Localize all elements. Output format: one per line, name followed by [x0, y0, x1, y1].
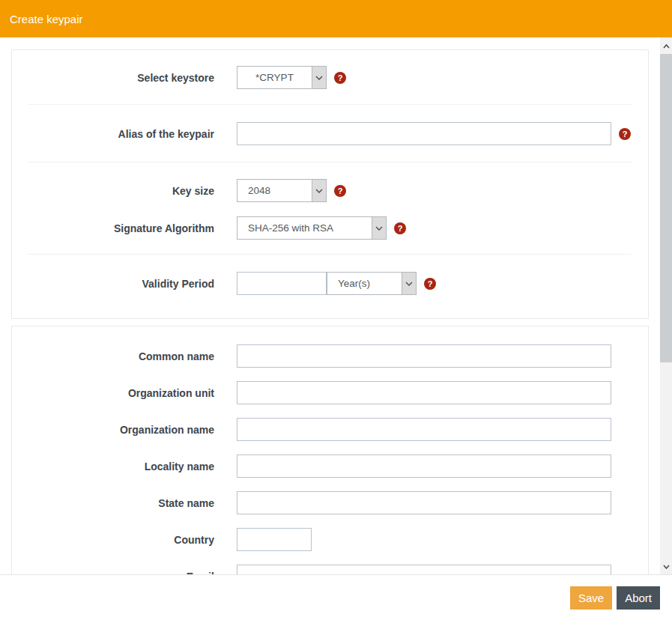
signature-algorithm-select-value: SHA-256 with RSA — [237, 217, 372, 239]
scroll-up-icon[interactable] — [660, 40, 672, 52]
dialog-title: Create keypair — [0, 13, 83, 25]
organization-name-input[interactable] — [237, 418, 611, 441]
validity-unit-select-value: Year(s) — [327, 273, 402, 294]
common-name-row: Common name — [12, 344, 648, 368]
alias-input[interactable] — [237, 122, 611, 145]
keystore-select-value: *CRYPT — [237, 67, 312, 88]
email-row: Email — [12, 565, 648, 574]
email-label: Email — [12, 571, 214, 575]
organization-unit-row: Organization unit — [12, 381, 648, 404]
common-name-label: Common name — [12, 350, 214, 362]
country-input[interactable] — [237, 528, 312, 551]
keystore-row: Select keystore *CRYPT ? — [12, 66, 648, 89]
key-size-select-value: 2048 — [237, 180, 312, 201]
scroll-down-icon[interactable] — [660, 560, 672, 573]
validity-period-row: Validity Period Year(s) ? — [12, 272, 648, 295]
validity-period-input[interactable] — [237, 272, 327, 295]
key-size-select[interactable]: 2048 — [237, 179, 327, 202]
state-name-input[interactable] — [237, 491, 611, 514]
alias-row: Alias of the keypair ? — [12, 122, 648, 145]
organization-name-row: Organization name — [12, 418, 648, 441]
alias-label: Alias of the keypair — [12, 128, 214, 140]
validity-unit-select[interactable]: Year(s) — [327, 272, 417, 295]
help-icon[interactable]: ? — [424, 278, 436, 290]
keystore-label: Select keystore — [12, 72, 214, 84]
dialog-header: Create keypair — [0, 0, 672, 37]
locality-name-label: Locality name — [12, 461, 214, 472]
scrollbar-thumb[interactable] — [660, 54, 672, 362]
signature-algorithm-row: Signature Algorithm SHA-256 with RSA ? — [12, 216, 648, 240]
country-row: Country — [12, 528, 648, 551]
help-icon[interactable]: ? — [334, 185, 346, 197]
abort-button[interactable]: Abort — [617, 586, 660, 610]
help-icon[interactable]: ? — [394, 222, 406, 234]
chevron-down-icon — [312, 180, 326, 201]
state-name-label: State name — [12, 497, 214, 509]
certificate-details-panel: Common name Organization unit Organizati… — [11, 326, 649, 574]
common-name-input[interactable] — [237, 344, 611, 368]
organization-unit-label: Organization unit — [12, 387, 214, 399]
locality-name-input[interactable] — [237, 455, 611, 478]
keystore-select[interactable]: *CRYPT — [237, 66, 327, 89]
chevron-down-icon — [402, 273, 416, 294]
locality-name-row: Locality name — [12, 455, 648, 478]
save-button[interactable]: Save — [570, 586, 612, 610]
signature-algorithm-select[interactable]: SHA-256 with RSA — [237, 216, 387, 240]
validity-period-label: Validity Period — [12, 278, 214, 290]
email-input[interactable] — [237, 565, 611, 574]
key-size-label: Key size — [12, 185, 214, 197]
help-icon[interactable]: ? — [334, 72, 346, 84]
chevron-down-icon — [312, 67, 326, 88]
organization-name-label: Organization name — [12, 424, 214, 436]
organization-unit-input[interactable] — [237, 381, 611, 404]
dialog-footer: Save Abort — [0, 574, 672, 623]
country-label: Country — [12, 534, 214, 546]
help-icon[interactable]: ? — [619, 128, 631, 140]
chevron-down-icon — [372, 217, 386, 239]
dialog-body: Select keystore *CRYPT ? Alias of the ke… — [0, 37, 672, 574]
signature-algorithm-label: Signature Algorithm — [12, 222, 214, 234]
state-name-row: State name — [12, 491, 648, 514]
key-size-row: Key size 2048 ? — [12, 179, 648, 202]
scrollbar[interactable] — [660, 37, 672, 574]
keypair-settings-panel: Select keystore *CRYPT ? Alias of the ke… — [11, 49, 649, 319]
